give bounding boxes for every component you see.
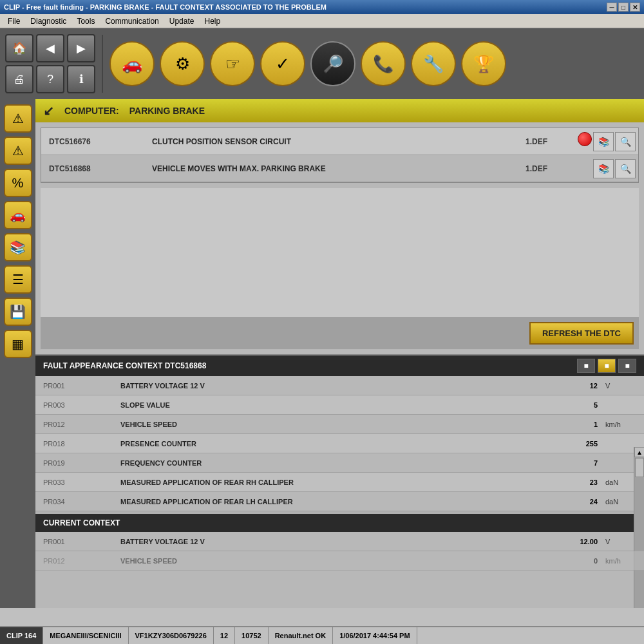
computer-name: PARKING BRAKE: [129, 106, 205, 116]
minimize-button[interactable]: ─: [607, 3, 617, 12]
toolbar-icon-search[interactable]: 🔎: [310, 41, 355, 86]
menu-file[interactable]: File: [3, 15, 25, 27]
status-code: 10752: [235, 627, 269, 644]
dtc-search-btn-1[interactable]: 🔍: [615, 132, 636, 151]
sidebar-percent[interactable]: %: [4, 169, 32, 197]
menu-help[interactable]: Help: [199, 15, 225, 27]
toolbar-icon-vehicle[interactable]: 🚗: [109, 41, 155, 86]
status-network: Renault.net OK: [269, 627, 333, 644]
ctx-code-0: PR001: [35, 382, 113, 390]
sidebar-book[interactable]: 📚: [4, 233, 32, 261]
no-indicator: [578, 159, 592, 173]
ctx-tab-3[interactable]: ■: [618, 359, 636, 373]
ctx-val-4: 7: [554, 459, 605, 467]
sidebar: ⚠ ⚠ % 🚗 📚 ☰ 💾 ▦: [0, 99, 35, 608]
menu-communication[interactable]: Communication: [100, 15, 164, 27]
ctx-desc-5: MEASURED APPLICATION OF REAR RH CALLIPER: [113, 478, 554, 486]
dtc-desc-2: VEHICLE MOVES WITH MAX. PARKING BRAKE: [144, 164, 498, 173]
ctx-desc-0: BATTERY VOLTAGE 12 V: [113, 382, 554, 390]
refresh-dtc-button[interactable]: REFRESH THE DTC: [529, 322, 634, 345]
scrollbar[interactable]: ▲: [634, 447, 644, 608]
computer-label: COMPUTER:: [64, 106, 119, 116]
print-button[interactable]: 🖨: [5, 65, 33, 93]
cur-ctx-code-1: PR012: [35, 557, 113, 565]
dtc-actions-2: 📚 🔍: [575, 159, 638, 178]
ctx-code-2: PR012: [35, 421, 113, 428]
ctx-desc-2: VEHICLE SPEED: [113, 421, 554, 428]
toolbar-icon-phone[interactable]: 📞: [361, 41, 406, 86]
status-clip: CLIP 164: [0, 627, 43, 644]
dtc-row-1[interactable]: DTC516676 CLUTCH POSITION SENSOR CIRCUIT…: [41, 128, 638, 155]
computer-header: ↙ COMPUTER: PARKING BRAKE: [35, 99, 644, 122]
cur-ctx-code-0: PR001: [35, 538, 113, 545]
cur-ctx-row-1: PR012 VEHICLE SPEED 0 km/h: [35, 551, 644, 571]
toolbar-icon-touch[interactable]: ☞: [210, 41, 255, 86]
status-vehicle: MEGANEIII/SCENICIII: [43, 627, 128, 644]
home-button[interactable]: 🏠: [5, 34, 33, 62]
ctx-desc-6: MEASURED APPLICATION OF REAR LH CALLIPER: [113, 498, 554, 506]
ctx-code-4: PR019: [35, 459, 113, 467]
toolbar-icon-award[interactable]: 🏆: [461, 41, 506, 86]
ctx-unit-2: km/h: [605, 421, 644, 428]
cur-ctx-unit-1: km/h: [605, 557, 644, 565]
sidebar-car[interactable]: 🚗: [4, 201, 32, 229]
ctx-tab-1[interactable]: ■: [577, 359, 595, 373]
fault-context-table: PR001 BATTERY VOLTAGE 12 V 12 V PR003 SL…: [35, 376, 644, 511]
dtc-book-btn-2[interactable]: 📚: [593, 159, 614, 178]
ctx-val-2: 1: [554, 421, 605, 428]
current-context-title: CURRENT CONTEXT: [43, 518, 120, 527]
current-context-header: CURRENT CONTEXT: [35, 514, 644, 532]
maximize-button[interactable]: □: [618, 3, 629, 12]
ctx-code-1: PR003: [35, 401, 113, 409]
menu-update[interactable]: Update: [164, 15, 200, 27]
cur-ctx-desc-1: VEHICLE SPEED: [113, 557, 554, 565]
dtc-search-btn-2[interactable]: 🔍: [615, 159, 636, 178]
dtc-code-2: DTC516868: [41, 164, 144, 173]
ctx-val-6: 24: [554, 498, 605, 506]
status-bar: CLIP 164 MEGANEIII/SCENICIII VF1KZY306D0…: [0, 626, 644, 644]
dtc-status-1: 1.DEF: [498, 137, 575, 146]
toolbar-icon-gearbox[interactable]: ⚙: [160, 41, 205, 86]
help-button[interactable]: ?: [36, 65, 64, 93]
main-content: ↙ COMPUTER: PARKING BRAKE DTC516676 CLUT…: [35, 99, 644, 608]
status-vin: VF1KZY306D0679226: [129, 627, 214, 644]
title-text: CLIP - Free fault finding - PARKING BRAK…: [4, 3, 327, 11]
toolbar-icon-check[interactable]: ✓: [260, 41, 305, 86]
close-button[interactable]: ✕: [630, 3, 640, 12]
back-button[interactable]: ◀: [36, 34, 64, 62]
toolbar-icon-wrench[interactable]: 🔧: [411, 41, 456, 86]
ctx-code-3: PR018: [35, 440, 113, 448]
dtc-row-2[interactable]: DTC516868 VEHICLE MOVES WITH MAX. PARKIN…: [41, 155, 638, 182]
title-controls: ─ □ ✕: [607, 3, 640, 12]
ctx-tab-2[interactable]: ■: [598, 359, 616, 373]
fault-context-title: FAULT APPEARANCE CONTEXT DTC516868: [43, 361, 206, 370]
title-bar: CLIP - Free fault finding - PARKING BRAK…: [0, 0, 644, 14]
ctx-code-6: PR034: [35, 498, 113, 506]
scroll-thumb[interactable]: [635, 458, 644, 477]
ctx-desc-1: SLOPE VALUE: [113, 401, 554, 409]
menu-bar: File Diagnostic Tools Communication Upda…: [0, 14, 644, 28]
ctx-row-5: PR033 MEASURED APPLICATION OF REAR RH CA…: [35, 473, 644, 492]
cur-ctx-val-1: 0: [554, 557, 605, 565]
sidebar-save[interactable]: 💾: [4, 298, 32, 326]
ctx-desc-3: PRESENCE COUNTER: [113, 440, 554, 448]
sidebar-warning2[interactable]: ⚠: [4, 137, 32, 165]
info-button[interactable]: ℹ: [67, 65, 95, 93]
ctx-row-2: PR012 VEHICLE SPEED 1 km/h: [35, 415, 644, 434]
toolbar-icons: 🚗 ⚙ ☞ ✓ 🔎 📞 🔧 🏆: [109, 41, 506, 86]
ctx-row-1: PR003 SLOPE VALUE 5: [35, 395, 644, 415]
sidebar-warning1[interactable]: ⚠: [4, 104, 32, 133]
refresh-area: REFRESH THE DTC: [41, 317, 639, 349]
sidebar-barcode[interactable]: ▦: [4, 330, 32, 358]
dtc-actions-1: 📚 🔍: [575, 132, 638, 151]
fault-context-header: FAULT APPEARANCE CONTEXT DTC516868 ■ ■ ■: [35, 355, 644, 376]
sidebar-list[interactable]: ☰: [4, 265, 32, 294]
scroll-up[interactable]: ▲: [634, 447, 644, 457]
menu-tools[interactable]: Tools: [71, 15, 100, 27]
menu-diagnostic[interactable]: Diagnostic: [25, 15, 71, 27]
ctx-row-6: PR034 MEASURED APPLICATION OF REAR LH CA…: [35, 492, 644, 511]
cur-ctx-desc-0: BATTERY VOLTAGE 12 V: [113, 538, 554, 545]
forward-button[interactable]: ▶: [67, 34, 95, 62]
ctx-val-0: 12: [554, 382, 605, 390]
dtc-book-btn-1[interactable]: 📚: [593, 132, 614, 151]
